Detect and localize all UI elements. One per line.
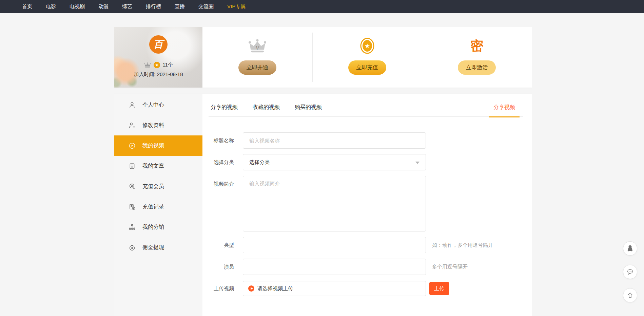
nav-community[interactable]: 交流圈 (198, 3, 214, 10)
sidebar-item-personal-center[interactable]: 个人中心 (114, 95, 202, 115)
type-hint: 如：动作，多个用逗号隔开 (432, 237, 493, 253)
profile-panel: 百 ★ 11个 加入时间: 2021-08-18 (114, 27, 202, 88)
record-list-icon (129, 203, 136, 210)
nav-ranking[interactable]: 排行榜 (146, 3, 161, 10)
category-selected-value: 选择分类 (249, 159, 270, 166)
avatar: 百 (149, 35, 168, 54)
share-video-form: 标题名称 选择分类 选择分类 视频简介 类型 如：动作，多个用逗号隔开 (202, 132, 532, 316)
tab-purchased-videos[interactable]: 购买的视频 (295, 104, 322, 111)
sidebar-item-label: 我的分销 (142, 224, 164, 231)
nav-tv-series[interactable]: 电视剧 (70, 3, 85, 10)
tab-favorite-videos[interactable]: 收藏的视频 (253, 104, 280, 111)
back-to-top-button[interactable] (623, 288, 637, 302)
actors-hint: 多个用逗号隔开 (432, 259, 468, 275)
category-label: 选择分类 (213, 154, 234, 170)
actors-row: 演员 多个用逗号隔开 (202, 259, 532, 275)
sidebar-item-commission-withdraw[interactable]: 佣金提现 (114, 237, 202, 258)
type-input[interactable] (243, 237, 426, 253)
svg-text:★: ★ (364, 42, 370, 50)
commission-coin-icon (129, 244, 136, 251)
coin-count: 11个 (162, 62, 173, 68)
feedback-chat-button[interactable] (623, 265, 637, 279)
intro-textarea[interactable] (243, 176, 426, 231)
play-circle-icon (129, 142, 136, 149)
chat-bubble-icon (626, 268, 634, 276)
vip-activate-section: 密 立即激活 (422, 27, 532, 88)
sidebar-item-label: 充值记录 (142, 203, 164, 210)
sidebar-item-edit-profile[interactable]: 修改资料 (114, 115, 202, 135)
sidebar: 个人中心 修改资料 我的视频 我的文章 充值会员 (114, 94, 202, 316)
category-select[interactable]: 选择分类 (243, 154, 426, 170)
sidebar-item-recharge-records[interactable]: 充值记录 (114, 197, 202, 217)
content-area: 分享的视频 收藏的视频 购买的视频 分享视频 标题名称 选择分类 选择分类 视频… (202, 94, 532, 316)
crown-vip-icon: v (248, 36, 267, 56)
nav-movies[interactable]: 电影 (46, 3, 56, 10)
sidebar-item-label: 个人中心 (142, 101, 164, 109)
video-tabs: 分享的视频 收藏的视频 购买的视频 分享视频 (209, 94, 523, 117)
title-row: 标题名称 (202, 132, 532, 149)
arrow-up-icon (626, 292, 634, 299)
vip-recharge-section: ★ 立即充值 (312, 27, 422, 88)
qq-penguin-icon (626, 245, 634, 252)
sidebar-item-label: 充值会员 (142, 183, 164, 190)
sidebar-item-label: 修改资料 (142, 122, 164, 129)
upload-row: 上传视频 请选择视频上传 上传 (202, 280, 532, 297)
sidebar-item-my-videos[interactable]: 我的视频 (114, 135, 202, 156)
top-navbar: 首页 电影 电视剧 动漫 综艺 排行榜 直播 交流圈 VIP专属 (0, 0, 644, 13)
nav-anime[interactable]: 动漫 (98, 3, 109, 10)
member-center-card: 个人中心 修改资料 我的视频 我的文章 充值会员 (114, 94, 532, 316)
upload-placeholder-text: 请选择视频上传 (257, 285, 293, 292)
crown-small-icon (144, 62, 151, 68)
tab-share-video-active[interactable]: 分享视频 (493, 104, 515, 111)
join-date: 加入时间: 2021-08-18 (134, 71, 183, 78)
vip-summary-card: 百 ★ 11个 加入时间: 2021-08-18 v (114, 27, 532, 88)
upload-label: 上传视频 (213, 280, 234, 297)
svg-text:v: v (256, 43, 259, 52)
nav-vip-exclusive[interactable]: VIP专属 (227, 3, 246, 10)
activate-button[interactable]: 立即激活 (458, 60, 496, 75)
sidebar-item-recharge-vip[interactable]: 充值会员 (114, 176, 202, 197)
nav-variety[interactable]: 综艺 (122, 3, 132, 10)
secret-badge: 密 (470, 36, 483, 56)
person-edit-icon (129, 122, 136, 129)
title-input[interactable] (243, 132, 426, 149)
coin-stats: ★ 11个 (144, 62, 173, 68)
vip-open-section: v 立即开通 (202, 27, 312, 88)
nav-home[interactable]: 首页 (22, 3, 32, 10)
qq-contact-button[interactable] (623, 241, 637, 256)
sidebar-item-label: 佣金提现 (142, 244, 164, 251)
sidebar-item-label: 我的视频 (142, 142, 164, 149)
article-icon (129, 163, 136, 170)
sidebar-item-label: 我的文章 (142, 163, 164, 170)
category-row: 选择分类 选择分类 (202, 154, 532, 170)
coin-icon: ★ (154, 62, 160, 68)
actors-label: 演员 (213, 259, 234, 275)
title-label: 标题名称 (213, 132, 234, 149)
open-vip-button[interactable]: 立即开通 (238, 60, 276, 75)
person-icon (129, 101, 136, 109)
intro-label: 视频简介 (213, 176, 234, 192)
actors-input[interactable] (243, 259, 426, 275)
upload-button[interactable]: 上传 (429, 282, 449, 295)
tab-shared-videos[interactable]: 分享的视频 (211, 104, 238, 111)
type-row: 类型 如：动作，多个用逗号隔开 (202, 237, 532, 253)
sidebar-item-my-distribution[interactable]: 我的分销 (114, 217, 202, 237)
chevron-down-icon (415, 162, 419, 164)
vip-sections: v 立即开通 ★ 立即充值 密 立即激活 (202, 27, 532, 88)
recharge-button[interactable]: 立即充值 (348, 60, 386, 75)
intro-row: 视频简介 (202, 176, 532, 231)
distribution-tree-icon (129, 224, 136, 231)
coin-star-icon: ★ (360, 36, 375, 56)
upload-file-picker[interactable]: 请选择视频上传 (243, 281, 426, 296)
member-add-icon (129, 183, 136, 190)
sidebar-item-my-articles[interactable]: 我的文章 (114, 156, 202, 176)
nav-live[interactable]: 直播 (175, 3, 185, 10)
play-icon (248, 285, 254, 292)
type-label: 类型 (213, 237, 234, 253)
